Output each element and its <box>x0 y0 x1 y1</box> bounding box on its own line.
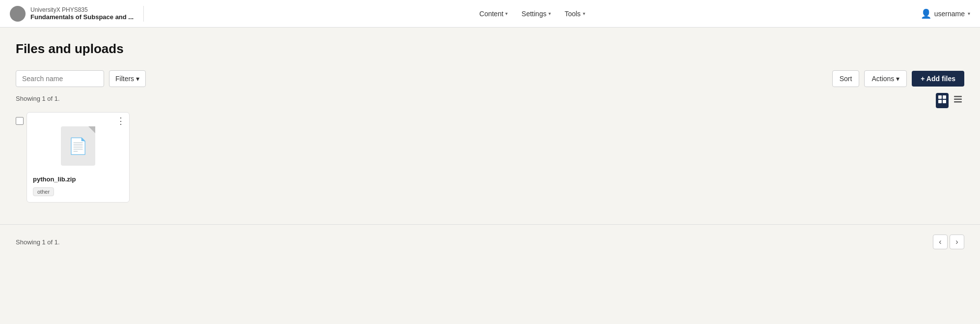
showing-count-top: Showing 1 of 1. <box>16 93 60 108</box>
add-files-button[interactable]: + Add files <box>912 71 964 87</box>
svg-rect-4 <box>954 96 962 97</box>
list-view-button[interactable] <box>952 93 964 108</box>
file-tag: other <box>33 187 54 196</box>
nav-settings[interactable]: Settings ▾ <box>521 8 551 20</box>
search-input[interactable] <box>16 70 104 87</box>
navbar-nav: Content ▾ Settings ▾ Tools ▾ <box>144 8 921 20</box>
chevron-down-icon: ▾ <box>583 11 585 16</box>
brand-avatar-icon <box>10 6 26 22</box>
file-icon-box: 📄 <box>61 126 95 166</box>
actions-label: Actions <box>871 75 894 83</box>
file-menu-icon[interactable]: ⋮ <box>116 117 125 125</box>
nav-content[interactable]: Content ▾ <box>479 8 508 20</box>
page-title: Files and uploads <box>16 41 964 57</box>
grid-view-button[interactable] <box>936 93 949 108</box>
username-label: username <box>934 10 965 18</box>
page-header: Files and uploads <box>0 28 980 64</box>
svg-rect-2 <box>938 100 942 103</box>
chevron-down-icon: ▾ <box>136 75 139 83</box>
nav-content-label: Content <box>479 10 503 18</box>
filters-button[interactable]: Filters ▾ <box>109 70 146 87</box>
course-code: UniversityX PHYS835 <box>30 6 134 13</box>
file-checkbox[interactable] <box>16 117 24 125</box>
file-name: python_lib.zip <box>27 176 129 187</box>
brand-text: UniversityX PHYS835 Fundamentals of Subs… <box>30 6 134 21</box>
svg-rect-6 <box>954 101 962 103</box>
navbar-brand[interactable]: UniversityX PHYS835 Fundamentals of Subs… <box>10 6 144 22</box>
next-page-button[interactable]: › <box>950 235 964 249</box>
chevron-down-icon: ▾ <box>548 11 551 16</box>
add-files-label: + Add files <box>921 75 955 83</box>
chevron-down-icon: ▾ <box>505 11 508 16</box>
svg-rect-5 <box>954 99 962 100</box>
sort-label: Sort <box>840 75 852 83</box>
file-card-wrapper: ⋮ 📄 python_lib.zip other <box>16 112 130 203</box>
sort-button[interactable]: Sort <box>832 70 860 87</box>
file-card: ⋮ 📄 python_lib.zip other <box>27 112 130 203</box>
next-icon: › <box>955 237 958 246</box>
nav-settings-label: Settings <box>521 10 546 18</box>
user-icon: 👤 <box>921 8 931 19</box>
prev-page-button[interactable]: ‹ <box>933 235 948 249</box>
file-doc-icon: 📄 <box>68 137 88 155</box>
list-icon <box>953 95 962 104</box>
file-icon-area: 📄 <box>27 113 129 176</box>
svg-rect-3 <box>943 100 946 103</box>
files-grid: ⋮ 📄 python_lib.zip other <box>16 112 964 203</box>
nav-tools[interactable]: Tools ▾ <box>565 8 585 20</box>
content-area: Filters ▾ Sort Actions ▾ + Add files Sho… <box>0 64 980 218</box>
pagination-controls: ‹ › <box>933 235 964 249</box>
view-controls <box>936 93 964 108</box>
actions-button[interactable]: Actions ▾ <box>864 70 907 87</box>
nav-tools-label: Tools <box>565 10 581 18</box>
user-menu[interactable]: 👤 username ▾ <box>921 8 970 19</box>
chevron-down-icon: ▾ <box>968 11 970 16</box>
showing-count-bottom: Showing 1 of 1. <box>16 238 60 246</box>
top-bar: Showing 1 of 1. <box>16 93 964 108</box>
navbar: UniversityX PHYS835 Fundamentals of Subs… <box>0 0 980 28</box>
pagination-bar: Showing 1 of 1. ‹ › <box>0 224 980 255</box>
toolbar: Filters ▾ Sort Actions ▾ + Add files <box>16 64 964 93</box>
svg-rect-0 <box>938 95 942 99</box>
svg-rect-1 <box>943 95 946 99</box>
prev-icon: ‹ <box>939 237 941 246</box>
grid-icon <box>938 95 947 104</box>
course-title: Fundamentals of Subspace and ... <box>30 13 134 21</box>
filters-label: Filters <box>115 75 134 83</box>
chevron-down-icon: ▾ <box>896 75 899 83</box>
